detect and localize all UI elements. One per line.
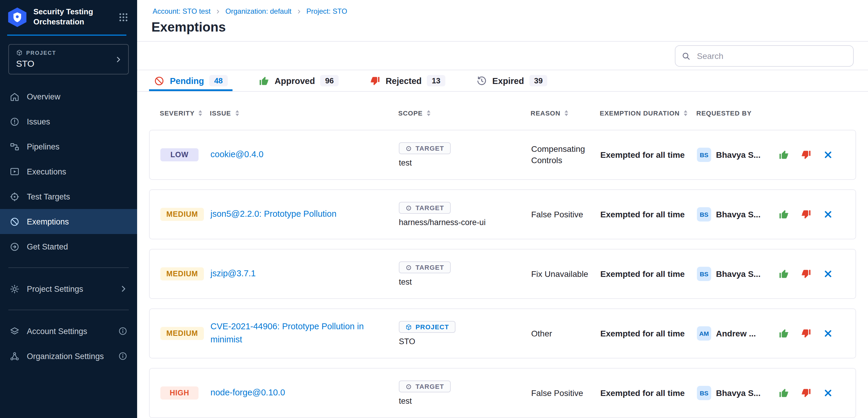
sidebar-item-exemptions[interactable]: Exemptions: [0, 209, 137, 234]
app-logo-icon: [7, 7, 27, 27]
column-header-label: SCOPE: [398, 110, 423, 117]
issue-link[interactable]: cookie@0.4.0: [211, 148, 280, 161]
reject-button[interactable]: [800, 268, 812, 280]
reason: Fix Unavailable: [531, 268, 600, 280]
sidebar-item-account-settings[interactable]: Account Settings: [0, 319, 137, 344]
project-selector[interactable]: PROJECT STO: [8, 44, 129, 74]
breadcrumb-project-link[interactable]: Project: STO: [306, 7, 347, 15]
search-icon: [681, 51, 690, 60]
column-header-label: EXEMPTION DURATION: [600, 110, 680, 117]
column-header-reason[interactable]: REASON: [531, 110, 600, 117]
reason: Compensating Controls: [531, 143, 600, 166]
severity-badge: HIGH: [160, 386, 198, 399]
approve-button[interactable]: [778, 208, 790, 220]
home-icon: [9, 92, 20, 102]
reason: Other: [531, 328, 600, 339]
target-dot-icon: [405, 264, 412, 271]
tab-count-badge: 96: [320, 75, 339, 86]
reject-button[interactable]: [800, 149, 812, 161]
divider: [8, 267, 129, 268]
table-row: MEDIUM CVE-2021-44906: Prototype Polluti…: [149, 308, 856, 358]
requester-name: Bhavya S...: [716, 388, 761, 398]
sidebar-account-nav: Account Settings Organization Settings: [0, 319, 137, 369]
thumbs-up-icon: [779, 269, 789, 279]
sidebar-item-executions[interactable]: Executions: [0, 159, 137, 184]
executions-icon: [9, 166, 20, 177]
breadcrumb-account-link[interactable]: Account: STO test: [153, 7, 211, 15]
chevron-right-icon: [215, 9, 221, 14]
target-dot-icon: [405, 145, 412, 151]
close-icon: [823, 210, 833, 219]
accent-bar: [7, 35, 126, 36]
project-selector-label: PROJECT: [26, 50, 56, 56]
sidebar-item-organization-settings[interactable]: Organization Settings: [0, 344, 137, 369]
dismiss-button[interactable]: [822, 327, 834, 339]
app-root: Security Testing Orchestration PROJECT S…: [0, 0, 868, 418]
issue-link[interactable]: node-forge@0.10.0: [211, 386, 302, 399]
reject-button[interactable]: [800, 208, 812, 220]
sidebar-item-test-targets[interactable]: Test Targets: [0, 184, 137, 209]
sidebar-item-project-settings[interactable]: Project Settings: [0, 276, 137, 301]
scope-name: harness/harness-core-ui: [399, 218, 486, 227]
column-header-requested-by[interactable]: REQUESTED BY: [696, 110, 774, 117]
breadcrumb-organization-link[interactable]: Organization: default: [225, 7, 291, 15]
scope-name: test: [399, 277, 412, 286]
sidebar-item-label: Account Settings: [27, 326, 87, 336]
reject-button[interactable]: [800, 387, 812, 399]
tab-pending[interactable]: Pending 48: [154, 70, 227, 91]
dismiss-button[interactable]: [822, 208, 834, 220]
tab-approved[interactable]: Approved 96: [258, 70, 338, 91]
thumbs-up-icon: [779, 328, 789, 339]
sort-icon[interactable]: [199, 110, 203, 116]
column-header-severity[interactable]: SEVERITY: [160, 110, 210, 117]
chevron-right-icon: [119, 285, 128, 293]
dismiss-button[interactable]: [822, 149, 834, 161]
app-title: Security Testing Orchestration: [33, 7, 102, 27]
sort-icon[interactable]: [684, 110, 687, 116]
sort-icon[interactable]: [564, 110, 568, 116]
pipelines-icon: [9, 141, 20, 151]
sidebar-item-overview[interactable]: Overview: [0, 84, 137, 109]
sort-icon[interactable]: [427, 110, 430, 116]
avatar: AM: [697, 326, 711, 341]
dismiss-button[interactable]: [822, 268, 834, 280]
approve-button[interactable]: [778, 387, 790, 399]
search-input[interactable]: [675, 45, 854, 66]
sidebar-item-label: Executions: [27, 167, 66, 176]
sidebar-item-label: Project Settings: [27, 284, 83, 293]
issue-link[interactable]: json5@2.2.0: Prototype Pollution: [211, 208, 353, 221]
issue-link[interactable]: CVE-2021-44906: Prototype Pollution in m…: [211, 321, 399, 347]
tab-count-badge: 39: [529, 75, 548, 86]
column-header-exemption-duration[interactable]: EXEMPTION DURATION: [600, 110, 696, 117]
tab-expired[interactable]: Expired 39: [476, 70, 547, 91]
tab-count-badge: 48: [209, 75, 227, 86]
avatar: BS: [697, 207, 711, 221]
approve-button[interactable]: [778, 149, 790, 161]
scope-name: test: [399, 159, 412, 167]
table-row: LOW cookie@0.4.0 TARGET test Compensatin…: [149, 130, 856, 180]
requester-name: Bhavya S...: [716, 269, 761, 279]
approve-button[interactable]: [778, 268, 790, 280]
column-header-label: SEVERITY: [160, 110, 195, 117]
tab-rejected[interactable]: Rejected 13: [370, 70, 445, 91]
info-icon: [118, 351, 128, 361]
tab-label: Pending: [170, 76, 204, 85]
sidebar-item-get-started[interactable]: Get Started: [0, 234, 137, 259]
issue-link[interactable]: jszip@3.7.1: [211, 267, 273, 280]
reject-button[interactable]: [800, 327, 812, 339]
cube-icon: [16, 49, 23, 56]
dismiss-button[interactable]: [822, 387, 834, 399]
apps-grid-icon[interactable]: [118, 12, 129, 23]
column-header-issue[interactable]: ISSUE: [210, 110, 398, 117]
sort-icon[interactable]: [235, 110, 239, 116]
tab-label: Expired: [492, 76, 524, 85]
sidebar-item-pipelines[interactable]: Pipelines: [0, 134, 137, 159]
sidebar-settings-nav: Project Settings: [0, 276, 137, 301]
target-dot-icon: [405, 205, 412, 211]
approve-button[interactable]: [778, 327, 790, 339]
column-header-scope[interactable]: SCOPE: [398, 110, 531, 117]
sidebar-item-label: Test Targets: [27, 192, 70, 201]
sidebar-item-issues[interactable]: Issues: [0, 109, 137, 134]
table-row: MEDIUM json5@2.2.0: Prototype Pollution …: [149, 189, 856, 239]
info-icon: [118, 326, 128, 336]
